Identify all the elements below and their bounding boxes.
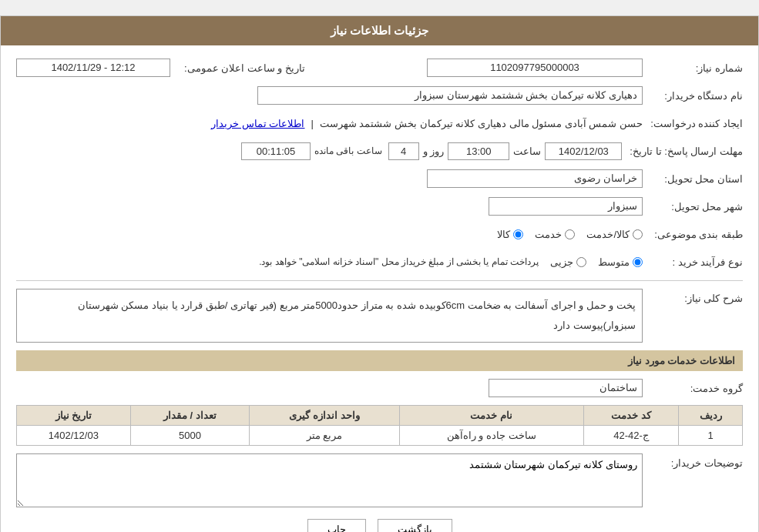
publish-date-value: 1402/11/29 - 12:12 [16,59,170,77]
response-deadline-label: مهلت ارسال پاسخ: تا تاریخ: [622,146,743,157]
col-header-unit: واحد اندازه گیری [250,406,400,426]
category-radio-kala[interactable] [513,229,523,239]
buyer-notes-label: توضیحات خریدار: [643,453,743,469]
category-option-kala[interactable]: کالا [497,229,523,240]
buyer-org-row: نام دستگاه خریدار: دهیاری کلانه تیرکمان … [16,85,743,106]
table-row: 1ج-42-42ساخت جاده و راه‌آهنمربع متر50001… [17,426,743,446]
description-label: شرح کلی نیاز: [643,289,743,304]
table-cell: ساخت جاده و راه‌آهن [399,426,583,446]
action-buttons-row: بازگشت چاپ [16,519,743,532]
description-value: پخت و حمل و اجرای آسفالت به ضخامت 6cmکوب… [16,289,643,343]
response-time-label: ساعت [513,146,541,157]
service-group-value: ساختمان [489,379,643,397]
col-header-name: نام خدمت [399,406,583,426]
table-cell: 5000 [130,426,249,446]
category-option-kala-khedmat[interactable]: کالا/خدمت [586,229,643,240]
content-area: شماره نیاز: 1102097795000003 تاریخ و ساع… [1,45,758,532]
category-radio-kala-khedmat[interactable] [633,229,643,239]
category-row: طبقه بندی موضوعی: کالا/خدمت خدمت کالا [16,223,743,245]
need-number-row: شماره نیاز: 1102097795000003 تاریخ و ساع… [16,57,743,79]
city-label: شهر محل تحویل: [643,201,743,212]
services-section-header: اطلاعات خدمات مورد نیاز [16,350,743,371]
response-deadline-row: مهلت ارسال پاسخ: تا تاریخ: 1402/12/03 سا… [16,140,743,162]
response-time-value: 13:00 [448,142,509,160]
process-option-mota[interactable]: متوسط [598,256,643,268]
back-button[interactable]: بازگشت [378,519,452,532]
process-type-label: نوع فرآیند خرید : [643,256,743,268]
buyer-notes-textarea[interactable]: روستای کلانه تیرکمان شهرستان ششتمد [16,453,643,507]
need-number-value: 1102097795000003 [427,59,643,77]
process-option-jozei[interactable]: جزیی [550,256,586,268]
buyer-notes-row: توضیحات خریدار: روستای کلانه تیرکمان شهر… [16,453,743,507]
need-number-label: شماره نیاز: [643,62,743,74]
province-row: استان محل تحویل: خراسان رضوی [16,168,743,189]
province-value: خراسان رضوی [427,169,643,188]
category-option-khedmat[interactable]: خدمت [535,229,575,240]
service-group-row: گروه خدمت: ساختمان [16,377,743,399]
creator-row: ایجاد کننده درخواست: حسن شمس آبادی مسئول… [16,112,743,134]
col-header-qty: تعداد / مقدار [130,406,249,426]
buyer-org-label: نام دستگاه خریدار: [643,90,743,102]
process-type-row: نوع فرآیند خرید : متوسط جزیی پرداخت تمام… [16,251,743,273]
response-days-label: روز و [423,146,445,157]
col-header-rownum: ردیف [679,406,743,426]
countdown-value: 00:11:05 [241,142,311,160]
table-cell: ج-42-42 [583,426,678,446]
col-header-date: تاریخ نیاز [17,406,131,426]
table-cell: مربع متر [250,426,400,446]
process-radio-jozei[interactable] [576,257,586,267]
category-radio-khedmat[interactable] [565,229,575,239]
table-header-row: ردیف کد خدمت نام خدمت واحد اندازه گیری ت… [17,406,743,426]
buyer-org-value: دهیاری کلانه تیرکمان بخش ششتمد شهرستان س… [257,86,643,105]
creator-contact-link[interactable]: اطلاعات تماس خریدار [211,118,304,129]
page-wrapper: جزئیات اطلاعات نیاز شماره نیاز: 11020977… [0,15,759,532]
response-days-value: 4 [388,142,419,160]
category-label: طبقه بندی موضوعی: [643,229,743,240]
process-radio-group: متوسط جزیی [550,256,643,268]
countdown-label: ساعت باقی مانده [314,146,382,156]
col-header-code: کد خدمت [583,406,678,426]
publish-date-label: تاریخ و ساعت اعلان عمومی: [176,62,305,74]
city-value: سبزوار [489,197,643,216]
print-button[interactable]: چاپ [307,519,366,532]
process-label-mota: متوسط [598,256,630,268]
city-row: شهر محل تحویل: سبزوار [16,196,743,217]
category-label-khedmat: خدمت [535,229,562,240]
response-date-value: 1402/12/03 [545,142,622,160]
divider-1 [16,280,743,281]
process-note: پرداخت تمام یا بخشی از مبلغ خریداز محل "… [259,256,539,267]
page-title: جزئیات اطلاعات نیاز [1,16,758,45]
category-radio-group: کالا/خدمت خدمت کالا [497,229,643,240]
province-label: استان محل تحویل: [643,173,743,185]
creator-label: ایجاد کننده درخواست: [643,118,743,129]
service-group-label: گروه خدمت: [643,383,743,394]
table-cell: 1 [679,426,743,446]
process-label-jozei: جزیی [550,256,573,268]
creator-value: حسن شمس آبادی مسئول مالی دهیاری کلانه تی… [320,118,643,129]
category-label-kala-khedmat: کالا/خدمت [586,229,630,240]
table-cell: 1402/12/03 [17,426,131,446]
description-row: شرح کلی نیاز: پخت و حمل و اجرای آسفالت ب… [16,289,743,343]
process-radio-mota[interactable] [633,257,643,267]
category-label-kala: کالا [497,229,510,240]
services-table: ردیف کد خدمت نام خدمت واحد اندازه گیری ت… [16,405,743,446]
